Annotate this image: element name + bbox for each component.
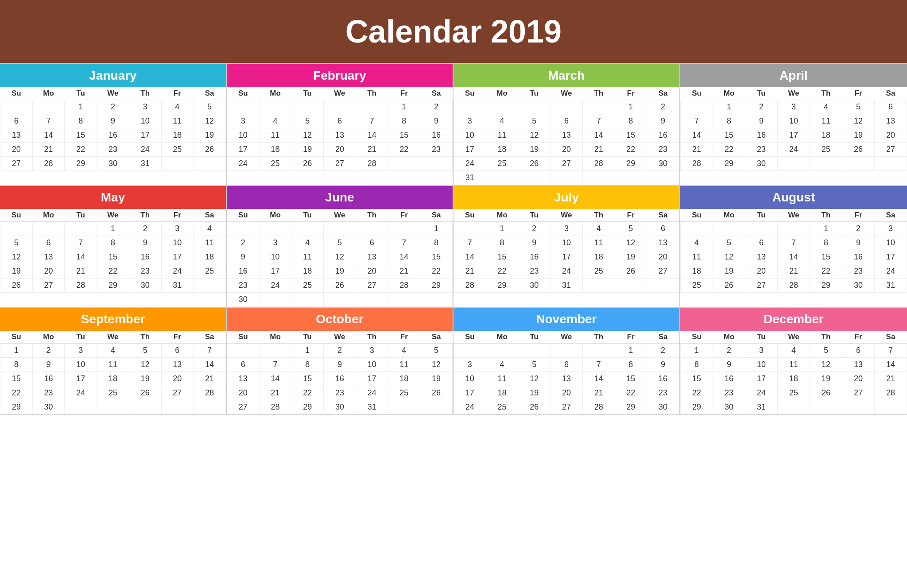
day-cell: [778, 400, 810, 414]
day-cell: 10: [259, 250, 291, 264]
month-block-april: AprilSuMoTuWeThFrSa123456789101112131415…: [680, 64, 907, 186]
table-row: 3456789: [227, 114, 453, 128]
day-cell: 25: [582, 264, 615, 279]
day-cell: 4: [681, 236, 713, 250]
table-row: 12: [454, 344, 679, 358]
day-cell: 4: [259, 114, 291, 128]
day-cell: 8: [291, 358, 324, 372]
day-cell: 10: [875, 236, 907, 250]
day-cell: [227, 100, 260, 114]
month-block-october: OctoberSuMoTuWeThFrSa1234567891011121314…: [227, 308, 454, 415]
day-cell: 13: [161, 358, 194, 372]
day-cell: 24: [129, 143, 161, 157]
table-row: 1234567: [681, 344, 907, 358]
table-row: 17181920212223: [454, 143, 679, 157]
day-cell: 17: [745, 372, 778, 386]
day-cell: 15: [713, 128, 745, 143]
day-cell: 31: [356, 400, 388, 414]
table-row: 22232425262728: [0, 386, 226, 400]
day-cell: [681, 222, 713, 236]
day-cell: 18: [486, 143, 518, 157]
day-cell: 13: [745, 250, 778, 264]
day-cell: 2: [842, 222, 875, 236]
day-cell: 30: [518, 279, 550, 293]
day-cell: 8: [615, 358, 647, 372]
day-cell: [324, 293, 356, 307]
day-cell: 9: [647, 358, 679, 372]
day-header: We: [550, 87, 583, 100]
day-cell: 22: [713, 143, 745, 157]
day-header: We: [778, 331, 810, 344]
day-cell: [778, 222, 810, 236]
day-cell: 11: [97, 358, 129, 372]
table-row: 17181920212223: [454, 386, 679, 400]
day-header: We: [97, 331, 129, 344]
day-cell: 16: [842, 250, 875, 264]
day-cell: 18: [291, 264, 324, 279]
day-cell: 21: [194, 372, 226, 386]
day-cell: 6: [842, 344, 875, 358]
day-cell: [32, 100, 65, 114]
day-cell: [810, 157, 842, 171]
day-cell: 18: [259, 143, 291, 157]
day-cell: [615, 279, 647, 293]
day-header: Mo: [32, 87, 65, 100]
day-cell: 20: [356, 264, 388, 279]
day-cell: 26: [518, 400, 550, 414]
day-cell: 18: [810, 128, 842, 143]
day-cell: [291, 293, 324, 307]
day-cell: 4: [582, 222, 615, 236]
day-header: Fr: [388, 331, 420, 344]
day-cell: 20: [161, 372, 194, 386]
day-cell: 25: [810, 143, 842, 157]
day-header: Fr: [842, 87, 875, 100]
month-table-august: SuMoTuWeThFrSa12345678910111213141516171…: [680, 209, 907, 293]
day-cell: 29: [65, 157, 97, 171]
day-cell: 21: [356, 143, 388, 157]
day-cell: 11: [778, 358, 810, 372]
day-cell: 10: [778, 114, 810, 128]
day-header: Th: [129, 331, 161, 344]
day-cell: 6: [0, 114, 33, 128]
day-header: Su: [227, 87, 260, 100]
day-cell: 29: [0, 400, 33, 414]
day-cell: 28: [582, 157, 615, 171]
day-cell: [291, 100, 324, 114]
day-cell: 22: [420, 264, 453, 279]
day-cell: 19: [194, 128, 226, 143]
day-cell: 26: [615, 264, 647, 279]
table-row: 262728293031: [0, 279, 226, 293]
day-cell: 6: [161, 344, 194, 358]
day-header: Tu: [291, 331, 324, 344]
table-row: 15161718192021: [0, 372, 226, 386]
month-table-march: SuMoTuWeThFrSa12345678910111213141516171…: [454, 87, 679, 185]
day-cell: [518, 100, 550, 114]
day-cell: 10: [356, 358, 388, 372]
day-cell: 6: [745, 236, 778, 250]
day-cell: 16: [745, 128, 778, 143]
day-cell: [324, 100, 356, 114]
day-cell: 17: [454, 386, 486, 400]
table-row: 891011121314: [681, 358, 907, 372]
day-cell: 23: [842, 264, 875, 279]
table-row: 45678910: [681, 236, 907, 250]
day-cell: 5: [615, 222, 647, 236]
day-cell: [259, 344, 291, 358]
table-row: 1234567: [0, 344, 226, 358]
day-cell: 8: [97, 236, 129, 250]
day-header: Fr: [388, 87, 420, 100]
day-header: Th: [810, 209, 842, 222]
table-row: 14151617181920: [454, 250, 679, 264]
day-cell: [161, 400, 194, 414]
day-cell: 16: [32, 372, 65, 386]
day-cell: 5: [420, 344, 453, 358]
day-cell: 4: [778, 344, 810, 358]
day-cell: 26: [324, 279, 356, 293]
day-cell: 23: [518, 264, 550, 279]
table-row: 6789101112: [0, 114, 226, 128]
month-table-april: SuMoTuWeThFrSa12345678910111213141516171…: [680, 87, 907, 171]
day-cell: 24: [65, 386, 97, 400]
day-cell: 1: [291, 344, 324, 358]
day-cell: 29: [97, 279, 129, 293]
day-header: Fr: [615, 87, 647, 100]
